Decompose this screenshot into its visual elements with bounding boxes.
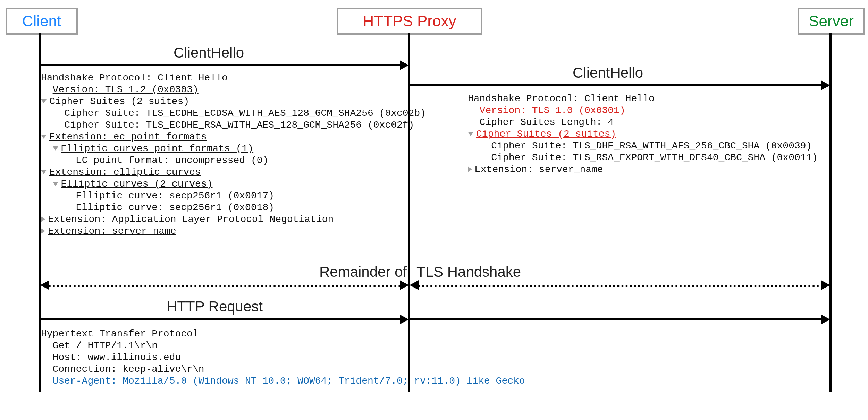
dump-line: Handshake Protocol: Client Hello xyxy=(468,93,836,105)
dump-line: User-Agent: Mozilla/5.0 (Windows NT 10.0… xyxy=(41,375,527,387)
dump-line: Hypertext Transfer Protocol xyxy=(41,328,527,340)
dump-line: Version: TLS 1.0 (0x0301) xyxy=(468,105,836,117)
arrow-remainder-right xyxy=(418,285,823,287)
packet-dump-client: Handshake Protocol: Client Hello Version… xyxy=(41,72,409,237)
dump-line: Extension: server_name xyxy=(468,164,836,175)
arrowhead-icon xyxy=(400,280,409,290)
dump-line: Elliptic curve: secp256r1 (0x0018) xyxy=(41,202,409,214)
dump-line: Elliptic curves point formats (1) xyxy=(41,143,409,155)
sequence-diagram: Client HTTPS Proxy Server ClientHello Cl… xyxy=(0,0,868,420)
arrowhead-icon xyxy=(400,315,409,324)
arrow-proxy-server-hello xyxy=(410,84,823,86)
dump-line: Extension: server_name xyxy=(41,225,409,237)
expand-down-icon xyxy=(41,135,47,139)
expand-right-icon xyxy=(41,216,45,222)
arrowhead-icon xyxy=(410,280,419,290)
arrowhead-icon xyxy=(400,60,409,70)
dump-line: Get / HTTP/1.1\r\n xyxy=(41,340,527,352)
dump-line: Extension: ec_point_formats xyxy=(41,131,409,143)
expand-right-icon xyxy=(41,228,45,234)
expand-down-icon xyxy=(468,132,473,136)
actor-server-label: Server xyxy=(809,12,854,30)
dump-line: Elliptic curve: secp256r1 (0x0017) xyxy=(41,190,409,202)
dump-line: Elliptic curves (2 curves) xyxy=(41,178,409,190)
msg-http-request: HTTP Request xyxy=(167,298,263,315)
arrowhead-icon xyxy=(40,280,49,290)
expand-down-icon xyxy=(53,146,58,151)
dump-line: Cipher Suites (2 suites) xyxy=(41,96,409,108)
dump-line: Extension: elliptic_curves xyxy=(41,166,409,178)
actor-client: Client xyxy=(6,8,78,35)
arrow-remainder-left xyxy=(49,285,401,287)
dump-line: Handshake Protocol: Client Hello xyxy=(41,72,409,84)
actor-client-label: Client xyxy=(22,12,61,30)
dump-line: Version: TLS 1.2 (0x0303) xyxy=(41,84,409,96)
dump-line: Cipher Suite: TLS_RSA_EXPORT_WITH_DES40_… xyxy=(468,152,836,164)
dump-line: Cipher Suite: TLS_ECDHE_ECDSA_WITH_AES_1… xyxy=(41,108,409,119)
arrowhead-icon xyxy=(821,315,830,324)
arrowhead-icon xyxy=(821,80,830,90)
msg-remainder-left: Remainder of xyxy=(319,264,407,280)
packet-dump-http: Hypertext Transfer Protocol Get / HTTP/1… xyxy=(41,328,527,387)
msg-remainder-right: TLS Handshake xyxy=(416,264,521,280)
expand-down-icon xyxy=(41,99,47,103)
dump-line: Host: www.illinois.edu xyxy=(41,352,527,363)
arrow-client-proxy-http xyxy=(41,318,402,320)
arrow-proxy-server-http xyxy=(410,318,823,320)
actor-proxy-label: HTTPS Proxy xyxy=(363,12,456,30)
dump-line: Cipher Suites (2 suites) xyxy=(468,128,836,140)
expand-right-icon xyxy=(468,166,472,172)
msg-clienthello-left: ClientHello xyxy=(174,44,244,61)
dump-line: Cipher Suite: TLS_ECDHE_RSA_WITH_AES_128… xyxy=(41,119,409,131)
dump-line: Cipher Suites Length: 4 xyxy=(468,117,836,128)
dump-line: Cipher Suite: TLS_DHE_RSA_WITH_AES_256_C… xyxy=(468,140,836,152)
dump-line: Connection: keep-alive\r\n xyxy=(41,363,527,375)
packet-dump-proxy: Handshake Protocol: Client Hello Version… xyxy=(468,93,836,175)
actor-server: Server xyxy=(798,8,865,35)
arrowhead-icon xyxy=(821,280,830,290)
expand-down-icon xyxy=(53,182,58,186)
expand-down-icon xyxy=(41,170,47,174)
dump-line: EC point format: uncompressed (0) xyxy=(41,155,409,166)
msg-clienthello-right: ClientHello xyxy=(573,65,643,81)
actor-proxy: HTTPS Proxy xyxy=(337,8,482,35)
arrow-client-proxy-hello xyxy=(41,64,402,66)
dump-line: Extension: Application Layer Protocol Ne… xyxy=(41,214,409,225)
